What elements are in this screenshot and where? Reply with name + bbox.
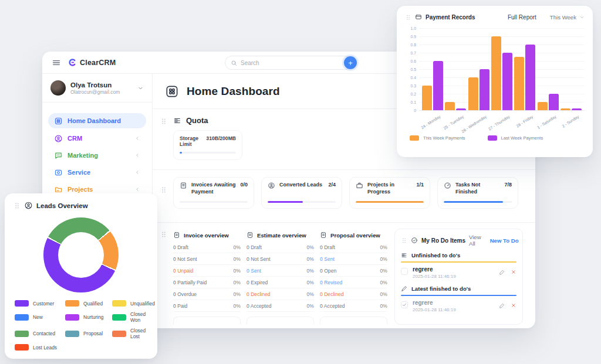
full-report-link[interactable]: Full Report [508, 14, 536, 21]
overview-row-value: 0% [380, 280, 387, 285]
search-bar[interactable] [225, 56, 352, 70]
bar-group-24-monday[interactable] [422, 61, 443, 110]
y-tick-label: 0.8 [411, 43, 416, 47]
drag-handle-icon[interactable] [405, 14, 411, 21]
bar-last-week-payments[interactable] [549, 94, 559, 110]
overview-row-label: 0 Draft [320, 244, 335, 250]
user-email: Olatrocun@gmail.com [70, 89, 133, 95]
y-axis-labels: 1.00.90.80.70.60.50.40.30.20.10 [405, 26, 419, 113]
leads-legend-item-new[interactable]: New [15, 311, 63, 323]
leads-legend-item-closed-won[interactable]: Closed Won [112, 311, 155, 323]
quota-title: Quota [186, 116, 208, 125]
y-tick-label: 0.9 [411, 35, 416, 39]
next-card-preview [320, 317, 387, 325]
bar-group-27-thursday[interactable] [491, 36, 512, 110]
bar-plot-area [419, 28, 585, 110]
stat-card-projects-in-progress[interactable]: Projects in Progress1/1 [349, 177, 430, 209]
stat-value: 7/8 [504, 182, 512, 188]
unfinished-header: Unfinished to do's [411, 252, 460, 258]
leads-legend-item-closed-lost[interactable]: Closed Lost [112, 328, 155, 339]
view-all-link[interactable]: View All [469, 234, 481, 247]
overview-row: 0 Declined0% [247, 288, 314, 300]
bar-this-week-payments[interactable] [561, 108, 570, 110]
stat-progress-bar [356, 201, 424, 203]
overview-row: 0 Draft0% [320, 241, 387, 253]
stat-progress-bar [180, 201, 248, 203]
drag-handle-icon[interactable] [160, 118, 167, 125]
bar-last-week-payments[interactable] [502, 53, 512, 110]
bar-this-week-payments[interactable] [422, 86, 432, 110]
bar-last-week-payments[interactable] [525, 45, 535, 110]
leads-legend-item-contacted[interactable]: Contacted [15, 328, 63, 339]
bar-group-26-wednesday[interactable] [468, 69, 489, 110]
legend-swatch [15, 314, 29, 321]
drag-handle-icon[interactable] [13, 202, 21, 209]
leads-legend-item-unqualified[interactable]: Unqualified [112, 300, 155, 307]
legend-label: Proposal [83, 331, 103, 336]
edit-icon[interactable] [499, 302, 505, 309]
sidebar-item-home-dashboard[interactable]: Home Dashboard [48, 113, 146, 128]
bar-this-week-payments[interactable] [491, 36, 501, 110]
stat-card-invoices-awaiting-payment[interactable]: Invoices Awaiting Payment0/0 [173, 177, 254, 209]
stat-card-converted-leads[interactable]: Converted Leads2/4 [261, 177, 342, 209]
bar-group-1-saturday[interactable] [538, 94, 559, 110]
leads-overview-icon [24, 201, 33, 210]
finished-pen-icon [401, 285, 407, 292]
bar-group-2-sunday[interactable] [561, 108, 582, 110]
leads-legend-item-qualified[interactable]: Qualified [65, 300, 110, 307]
week-range-dropdown[interactable]: This Week [550, 14, 585, 21]
bar-this-week-payments[interactable] [538, 102, 548, 110]
overview-row-value: 0% [307, 303, 314, 309]
delete-icon[interactable] [511, 302, 516, 308]
delete-icon[interactable] [511, 269, 516, 275]
file-icon [180, 182, 187, 189]
bar-this-week-payments[interactable] [514, 57, 524, 110]
bar-last-week-payments[interactable] [572, 108, 582, 110]
file-icon [320, 232, 327, 239]
overview-title: Invoice overview [184, 232, 229, 239]
overview-row-label: 0 Open [320, 268, 336, 274]
overview-row-value: 0% [380, 268, 387, 274]
stats-section: Invoices Awaiting Payment0/0Converted Le… [153, 170, 535, 223]
todo-checkbox[interactable] [401, 268, 408, 275]
add-button[interactable]: + [344, 56, 357, 69]
bar-this-week-payments[interactable] [445, 102, 455, 110]
y-tick-label: 0.4 [411, 76, 416, 80]
x-tick-label: 28 - Friday [515, 114, 534, 128]
drag-handle-icon[interactable] [160, 186, 167, 193]
new-todo-link[interactable]: New To Do [490, 237, 519, 244]
bar-last-week-payments[interactable] [456, 108, 466, 110]
legend-label: This Week Payments [423, 135, 465, 141]
bar-last-week-payments[interactable] [433, 61, 443, 110]
x-tick-label: 2 - Sunday [561, 114, 579, 128]
bar-group-25-tuesday[interactable] [445, 102, 466, 110]
search-input[interactable] [241, 60, 346, 66]
leads-legend-item-proposal[interactable]: Proposal [65, 328, 110, 339]
leads-legend: CustomerQualifiedUnqualifiedNewNurturing… [13, 300, 148, 351]
leads-legend-item-lost-leads[interactable]: Lost Leads [15, 344, 63, 351]
overview-row: 0 Paid0% [173, 300, 241, 312]
stat-card-tasks-not-finished[interactable]: Tasks Not Finished7/8 [437, 177, 518, 209]
bar-group-28-friday[interactable] [514, 45, 535, 110]
edit-icon[interactable] [499, 269, 505, 275]
hamburger-menu-icon[interactable] [52, 58, 61, 67]
bar-this-week-payments[interactable] [468, 77, 478, 110]
sidebar-item-service[interactable]: Service [48, 165, 146, 179]
todo-checkbox-checked[interactable] [401, 301, 408, 308]
leads-overview-panel: Leads Overview CustomerQualifiedUnqualif… [5, 193, 157, 359]
sidebar-item-crm[interactable]: CRM [48, 131, 146, 145]
legend-item-this-week-payments[interactable]: This Week Payments [410, 135, 465, 141]
overview-row-value: 0% [307, 280, 314, 285]
sidebar-item-marketing[interactable]: Marketing [48, 148, 146, 162]
overview-row-label: 0 Unpaid [173, 268, 193, 274]
drag-handle-icon[interactable] [160, 231, 167, 238]
leads-legend-item-customer[interactable]: Customer [15, 300, 63, 307]
avatar [50, 80, 66, 96]
page-title: Home Dashboard [187, 85, 280, 98]
bar-last-week-payments[interactable] [480, 69, 489, 110]
sidebar-menu: Home DashboardCRMMarketingServiceProject… [42, 103, 152, 196]
leads-legend-item-nurturing[interactable]: Nurturing [65, 311, 110, 323]
legend-item-last-week-payments[interactable]: Last Week Payments [488, 135, 543, 141]
drag-handle-icon[interactable] [401, 237, 407, 244]
user-profile[interactable]: Olya Trotsun Olatrocun@gmail.com [42, 74, 152, 103]
